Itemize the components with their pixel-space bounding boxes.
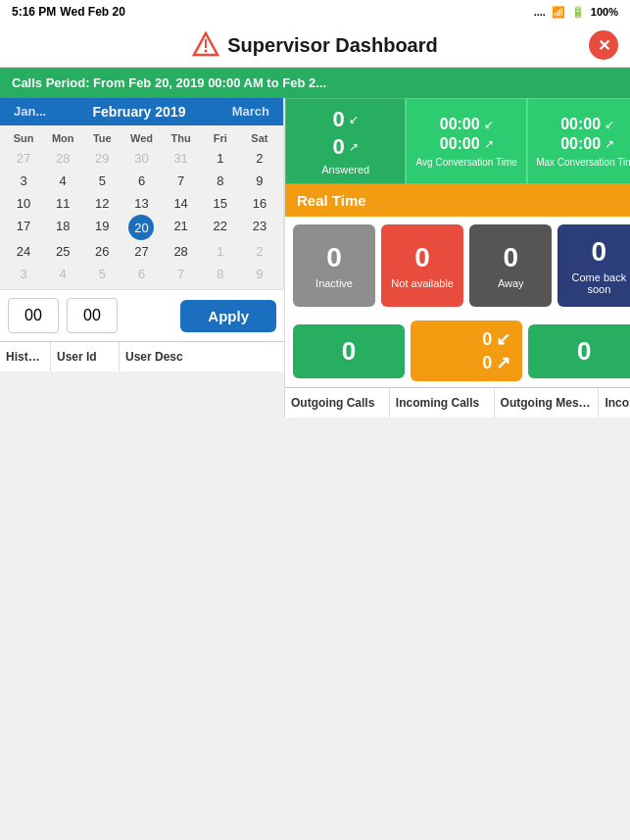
calendar-date[interactable]: 1: [201, 240, 240, 263]
calendar-date[interactable]: 13: [121, 192, 161, 215]
th-outgoing-messages: Outgoing Messa...: [495, 388, 600, 418]
max-time1: 00:00: [560, 116, 601, 133]
calendar-days-header: Sun Mon Tue Wed Thu Fri Sat: [4, 129, 279, 147]
th-incoming-calls: Incoming Calls: [390, 388, 495, 418]
calendar-date[interactable]: 2: [240, 240, 279, 263]
not-available-value: 0: [414, 242, 430, 273]
answered-card: 0 ↙ 0 ↗ Answered: [285, 98, 406, 184]
next-month-label: March: [224, 104, 277, 120]
signal-icon: ....: [534, 6, 546, 18]
main-content: Jan... February 2019 March Sun Mon Tue W…: [0, 98, 630, 418]
calendar-date[interactable]: 23: [240, 215, 279, 240]
status-cards: 0 Inactive 0 Not available 0 Away 0 Come…: [285, 217, 630, 315]
calendar-date[interactable]: 30: [121, 147, 161, 170]
avg-arrow1: ↙: [484, 118, 494, 131]
calendar-date[interactable]: 15: [201, 192, 240, 215]
calendar-date[interactable]: 27: [4, 147, 43, 170]
status-bar: 5:16 PM Wed Feb 20 .... 📶 🔋 100%: [0, 0, 630, 24]
metric-left: 0: [293, 324, 405, 378]
calendar-date[interactable]: 7: [162, 170, 201, 192]
away-value: 0: [503, 242, 518, 273]
left-panel: Jan... February 2019 March Sun Mon Tue W…: [0, 98, 284, 418]
table-header: History User Id User Desc: [0, 341, 284, 371]
calendar-date[interactable]: 8: [201, 263, 240, 285]
battery-percent: 100%: [591, 6, 618, 18]
calendar-date[interactable]: 7: [162, 263, 201, 285]
hour-input[interactable]: [8, 298, 59, 333]
calendar-date[interactable]: 9: [240, 170, 279, 192]
calendar-date[interactable]: 24: [4, 240, 43, 263]
calendar-date[interactable]: 4: [43, 263, 82, 285]
calendar-date[interactable]: 12: [82, 192, 121, 215]
calendar-date[interactable]: 27: [121, 240, 161, 263]
app-header: Supervisor Dashboard ✕: [0, 24, 630, 68]
calendar-date[interactable]: 17: [4, 215, 43, 240]
calendar-grid: Sun Mon Tue Wed Thu Fri Sat 272829303112…: [0, 125, 283, 289]
metric-mid-bot-arrow: ↗: [496, 352, 510, 373]
inactive-card: 0 Inactive: [293, 224, 375, 307]
calendar-date[interactable]: 25: [43, 240, 82, 263]
status-date: Wed Feb 20: [60, 5, 124, 19]
metric-middle: 0 ↙ 0 ↗: [411, 321, 522, 381]
realtime-banner: Real Time: [285, 184, 630, 217]
calendar-date[interactable]: 18: [43, 215, 82, 240]
current-month-label: February 2019: [93, 104, 186, 120]
calendar-date[interactable]: 5: [82, 263, 121, 285]
minute-input[interactable]: [67, 298, 118, 333]
answered-arrow2: ↗: [349, 140, 359, 154]
th-outgoing-calls: Outgoing Calls: [285, 388, 390, 418]
prev-month-label: Jan...: [6, 104, 54, 120]
time-apply-row: Apply: [0, 289, 284, 341]
not-available-card: 0 Not available: [381, 224, 463, 307]
calendar-date[interactable]: 6: [121, 170, 161, 192]
come-back-card: 0 Come back soon: [557, 224, 630, 307]
metric-middle-bottom: 0 ↗: [482, 352, 510, 373]
calendar-date[interactable]: 3: [4, 263, 43, 285]
calendar-date[interactable]: 22: [201, 215, 240, 240]
calendar-date[interactable]: 28: [43, 147, 82, 170]
calendar-date[interactable]: 14: [162, 192, 201, 215]
calendar-date[interactable]: 6: [121, 263, 161, 285]
calls-period-banner: Calls Period: From Feb 20, 2019 00:00 AM…: [0, 68, 630, 98]
close-button[interactable]: ✕: [589, 30, 618, 60]
answered-label: Answered: [321, 164, 369, 175]
app-title: Supervisor Dashboard: [227, 34, 438, 57]
calendar-date[interactable]: 16: [240, 192, 279, 215]
day-sat: Sat: [240, 129, 279, 147]
calendar-date[interactable]: 8: [201, 170, 240, 192]
wifi-icon: 📶: [552, 6, 565, 19]
table-header-right: Outgoing Calls Incoming Calls Outgoing M…: [285, 387, 630, 418]
calendar-date[interactable]: 20: [128, 215, 154, 240]
max-conv-label: Max Conversation Time: [536, 157, 630, 168]
come-back-value: 0: [592, 236, 607, 268]
th-incoming-short: Incom...: [599, 388, 630, 418]
day-wed: Wed: [121, 129, 161, 147]
calendar-date[interactable]: 1: [201, 147, 240, 170]
calendar-date[interactable]: 9: [240, 263, 279, 285]
max-conv-card: 00:00 ↙ 00:00 ↗ Max Conversation Time: [527, 98, 630, 184]
calendar-date[interactable]: 2: [240, 147, 279, 170]
away-card: 0 Away: [469, 224, 552, 307]
max-arrow1: ↙: [605, 118, 614, 131]
day-tue: Tue: [82, 129, 121, 147]
max-arrow2: ↗: [605, 137, 614, 151]
calendar-date[interactable]: 31: [162, 147, 201, 170]
day-fri: Fri: [201, 129, 240, 147]
calendar-date[interactable]: 26: [82, 240, 121, 263]
calendar-date[interactable]: 10: [4, 192, 43, 215]
metric-middle-top: 0 ↙: [482, 328, 510, 350]
th-userid: User Id: [51, 342, 120, 371]
calendar-date[interactable]: 29: [82, 147, 121, 170]
max-time2: 00:00: [560, 135, 601, 153]
calendar-date[interactable]: 3: [4, 170, 43, 192]
calendar-date[interactable]: 11: [43, 192, 82, 215]
calendar-date[interactable]: 4: [43, 170, 82, 192]
status-time: 5:16 PM: [12, 5, 56, 19]
calendar-date[interactable]: 28: [162, 240, 201, 263]
answered-value2: 0: [333, 134, 345, 160]
calendar-date[interactable]: 21: [162, 215, 201, 240]
apply-button[interactable]: Apply: [180, 300, 276, 332]
avg-time1: 00:00: [440, 116, 480, 133]
calendar-date[interactable]: 5: [82, 170, 121, 192]
calendar-date[interactable]: 19: [82, 215, 121, 240]
